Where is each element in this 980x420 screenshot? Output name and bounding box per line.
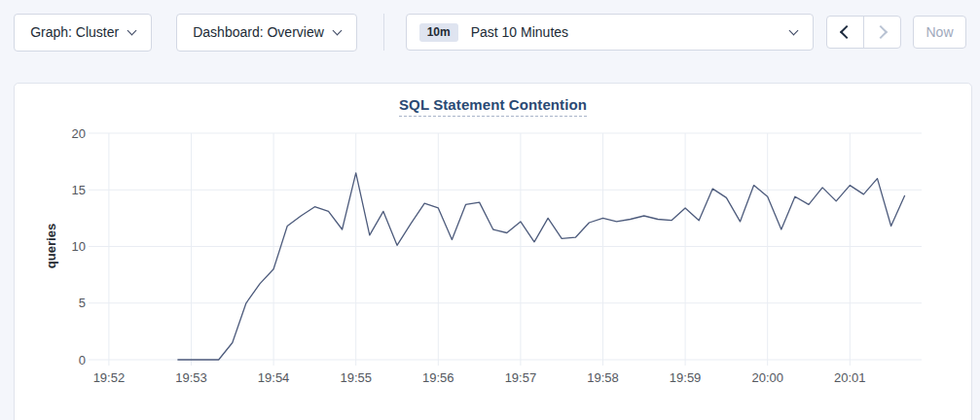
next-time-button[interactable]: [863, 17, 900, 48]
graph-dropdown-label: Graph: Cluster: [30, 24, 119, 40]
toolbar: Graph: Cluster Dashboard: Overview 10m P…: [14, 13, 966, 52]
dashboard-dropdown[interactable]: Dashboard: Overview: [176, 14, 356, 52]
chevron-down-icon: [332, 25, 342, 35]
chevron-right-icon: [874, 25, 888, 39]
chart-title-row: SQL Statement Contention: [15, 96, 971, 117]
dashboard-dropdown-label: Dashboard: Overview: [193, 24, 324, 40]
chevron-down-icon: [127, 25, 137, 35]
time-step-buttons: [826, 16, 901, 49]
chevron-left-icon: [840, 25, 853, 39]
time-range-dropdown[interactable]: 10m Past 10 Minutes: [406, 14, 814, 51]
prev-time-button[interactable]: [827, 17, 863, 48]
toolbar-divider: [383, 14, 384, 51]
now-button[interactable]: Now: [913, 16, 966, 49]
graph-dropdown[interactable]: Graph: Cluster: [14, 14, 152, 52]
time-range-label: Past 10 Minutes: [471, 24, 568, 40]
chart-title[interactable]: SQL Statement Contention: [399, 96, 587, 117]
now-button-label: Now: [926, 24, 953, 40]
chart-card: SQL Statement Contention: [14, 83, 972, 420]
chevron-down-icon: [789, 25, 799, 35]
time-range-badge: 10m: [419, 23, 458, 42]
